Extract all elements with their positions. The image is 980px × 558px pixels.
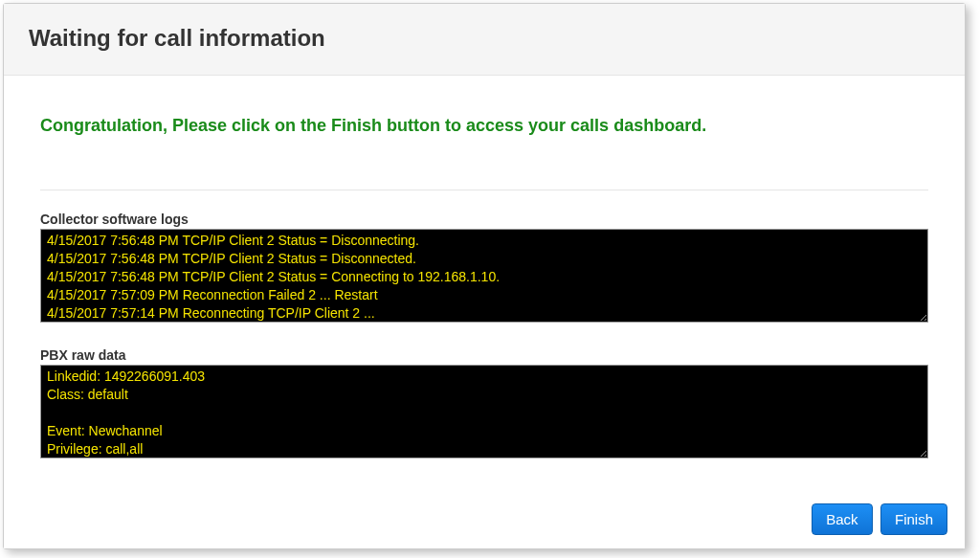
modal-footer: Back Finish xyxy=(4,484,965,548)
success-message: Congratulation, Please click on the Fini… xyxy=(40,114,928,138)
modal-body-scroll[interactable]: Congratulation, Please click on the Fini… xyxy=(4,76,965,484)
collector-section: Collector software logs 4/15/2017 7:56:4… xyxy=(40,212,928,323)
wizard-modal: Waiting for call information Congratulat… xyxy=(3,3,966,549)
finish-button[interactable]: Finish xyxy=(880,503,947,535)
modal-header: Waiting for call information xyxy=(4,4,965,76)
pbx-section: PBX raw data Linkedid: 1492266091.403 Cl… xyxy=(40,347,928,458)
divider xyxy=(40,190,928,190)
back-button[interactable]: Back xyxy=(812,503,872,535)
pbx-label: PBX raw data xyxy=(40,347,928,363)
modal-title: Waiting for call information xyxy=(29,25,940,52)
collector-log-console[interactable]: 4/15/2017 7:56:48 PM TCP/IP Client 2 Sta… xyxy=(40,229,928,323)
collector-label: Collector software logs xyxy=(40,212,928,227)
modal-body-wrapper: Congratulation, Please click on the Fini… xyxy=(4,76,965,484)
section-gap xyxy=(40,323,928,347)
pbx-raw-data-console[interactable]: Linkedid: 1492266091.403 Class: default … xyxy=(40,365,928,458)
